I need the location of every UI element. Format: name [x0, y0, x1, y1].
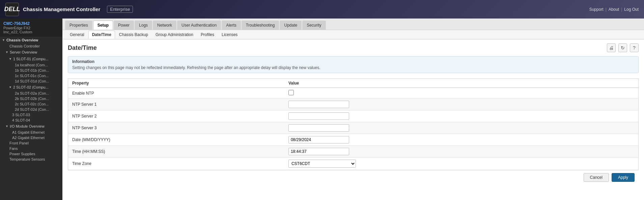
subtab-licenses[interactable]: Licenses: [218, 31, 241, 38]
expand-icon: ▼: [2, 38, 5, 42]
sidebar-item-slot04[interactable]: 4 SLOT-04: [0, 118, 62, 123]
edition-label: Enterprise: [107, 6, 133, 13]
sub-nav: General Date/Time Chassis Backup Group A…: [62, 30, 644, 39]
sidebar-item-a1[interactable]: A1 Gigabit Ethernet: [0, 130, 62, 135]
sidebar-item-2b[interactable]: 2b SLOT-02b (Con...: [0, 96, 62, 101]
subtab-profiles[interactable]: Profiles: [197, 31, 218, 38]
sidebar-item-1a[interactable]: 1a localhost (Com...: [0, 62, 62, 68]
form-footer: Cancel Apply: [68, 170, 639, 185]
sidebar-item-slot01[interactable]: ▼ 1 SLOT-01 (Compu...: [0, 56, 62, 62]
field-label-ntp3: NTP Server 3: [68, 122, 284, 134]
content-area: Properties Setup Power Logs Network User…: [62, 19, 644, 200]
sidebar-item-1d[interactable]: 1d SLOT-01d (Con...: [0, 78, 62, 84]
field-value-ntp2: [284, 110, 639, 122]
tab-logs[interactable]: Logs: [135, 21, 152, 30]
expand-icon: ▼: [5, 125, 8, 128]
tab-properties[interactable]: Properties: [65, 21, 92, 30]
enable-ntp-checkbox[interactable]: [288, 90, 294, 95]
sidebar-item-1c[interactable]: 1c SLOT-01c (Con...: [0, 73, 62, 78]
logout-link[interactable]: Log Out: [624, 7, 639, 12]
page-header: Date/Time 🖨 ↻ ?: [68, 43, 639, 52]
field-value-date: [284, 134, 639, 146]
sidebar-item-label: Server Overview: [10, 50, 37, 54]
info-box: Information Setting changes on this page…: [68, 56, 639, 73]
table-row: Date (MM/DD/YYYY): [68, 134, 639, 146]
apply-button[interactable]: Apply: [612, 173, 635, 182]
sidebar-item-a2[interactable]: A2 Gigabit Ethernet: [0, 135, 62, 140]
tab-update[interactable]: Update: [280, 21, 302, 30]
timezone-select[interactable]: CST6CDT UTC EST5EDT PST8PDT MST7MDT GMT …: [288, 160, 356, 168]
header-actions: Support | About | Log Out: [589, 7, 639, 12]
sidebar-item-io-module[interactable]: ▼ I/O Module Overview: [0, 123, 62, 130]
sidebar-item-1b[interactable]: 1b SLOT-01b (Con...: [0, 68, 62, 73]
ntp-server-2-input[interactable]: [288, 112, 349, 120]
tab-user-auth[interactable]: User Authentication: [177, 21, 221, 30]
field-value-ntp3: [284, 122, 639, 134]
sidebar-item-power-supplies[interactable]: Power Supplies: [0, 151, 62, 157]
sidebar-item-2d[interactable]: 2d SLOT-02d (Con...: [0, 107, 62, 112]
sidebar-item-slot03[interactable]: 3 SLOT-03: [0, 112, 62, 118]
sidebar-item-server-overview[interactable]: ▼ Server Overview: [0, 49, 62, 56]
field-value-ntp1: [284, 99, 639, 110]
help-button[interactable]: ?: [630, 43, 639, 52]
sidebar-item-fans[interactable]: Fans: [0, 146, 62, 151]
expand-icon: ▼: [9, 57, 12, 61]
col-property: Property: [68, 79, 284, 88]
field-value-timezone: CST6CDT UTC EST5EDT PST8PDT MST7MDT GMT …: [284, 158, 639, 170]
subtab-datetime[interactable]: Date/Time: [88, 31, 115, 39]
ntp-server-1-input[interactable]: [288, 101, 349, 108]
tab-troubleshooting[interactable]: Troubleshooting: [242, 21, 279, 30]
main-layout: CMC-756J942 PowerEdge FX2 lmc_e22, Custo…: [0, 19, 644, 200]
about-link[interactable]: About: [609, 7, 619, 12]
expand-icon: ▼: [9, 86, 12, 89]
field-label-ntp1: NTP Server 1: [68, 99, 284, 110]
sidebar-item-front-panel[interactable]: Front Panel: [0, 140, 62, 146]
cancel-button[interactable]: Cancel: [584, 173, 609, 182]
cmc-name: CMC-756J942: [3, 21, 59, 26]
field-label-enable-ntp: Enable NTP: [68, 88, 284, 99]
sidebar-item-chassis-overview[interactable]: ▼ Chassis Overview: [0, 37, 62, 43]
info-box-title: Information: [72, 59, 634, 64]
tab-security[interactable]: Security: [302, 21, 326, 30]
time-input[interactable]: [288, 148, 349, 155]
table-row: NTP Server 2: [68, 110, 639, 122]
info-box-text: Setting changes on this page may not be …: [72, 65, 634, 70]
sidebar-item-slot02[interactable]: ▼ 2 SLOT-02 (Compu...: [0, 84, 62, 91]
cmc-info: CMC-756J942 PowerEdge FX2 lmc_e22, Custo…: [0, 19, 62, 37]
expand-icon: ▼: [5, 51, 8, 54]
field-label-date: Date (MM/DD/YYYY): [68, 134, 284, 146]
print-button[interactable]: 🖨: [607, 43, 616, 52]
sidebar-item-temp-sensors[interactable]: Temperature Sensors: [0, 157, 62, 162]
cmc-config: lmc_e22, Custom: [3, 30, 59, 34]
subtab-group-admin[interactable]: Group Administration: [152, 31, 197, 38]
ntp-server-3-input[interactable]: [288, 124, 349, 132]
page-title: Date/Time: [68, 44, 97, 52]
tab-alerts[interactable]: Alerts: [222, 21, 241, 30]
sep2: |: [621, 7, 622, 12]
tab-network[interactable]: Network: [153, 21, 176, 30]
table-row: Enable NTP: [68, 88, 639, 99]
sidebar-item-label: I/O Module Overview: [10, 124, 45, 128]
dell-logo: DELL: [5, 3, 19, 16]
subtab-chassis-backup[interactable]: Chassis Backup: [116, 31, 151, 38]
app-title: Chassis Management Controller: [23, 6, 100, 12]
app-header: DELL Chassis Management Controller Enter…: [0, 0, 644, 19]
tab-setup[interactable]: Setup: [93, 21, 113, 30]
support-link[interactable]: Support: [589, 7, 604, 12]
table-row: Time (HH:MM:SS): [68, 146, 639, 158]
field-label-ntp2: NTP Server 2: [68, 110, 284, 122]
sidebar-item-2c[interactable]: 2c SLOT-02c (Con...: [0, 101, 62, 107]
top-nav: Properties Setup Power Logs Network User…: [62, 19, 644, 30]
refresh-button[interactable]: ↻: [618, 43, 627, 52]
sep1: |: [606, 7, 607, 12]
date-input[interactable]: [288, 136, 349, 143]
subtab-general[interactable]: General: [66, 31, 88, 38]
sidebar-item-2a[interactable]: 2a SLOT-02a (Con...: [0, 91, 62, 96]
table-header-row: Property Value: [68, 79, 639, 88]
sidebar-item-label: 2 SLOT-02 (Compu...: [13, 85, 49, 89]
field-label-timezone: Time Zone: [68, 158, 284, 170]
tab-power[interactable]: Power: [114, 21, 134, 30]
table-row: NTP Server 1: [68, 99, 639, 110]
sidebar-item-chassis-controller[interactable]: Chassis Controller: [0, 43, 62, 49]
col-value: Value: [284, 79, 639, 88]
